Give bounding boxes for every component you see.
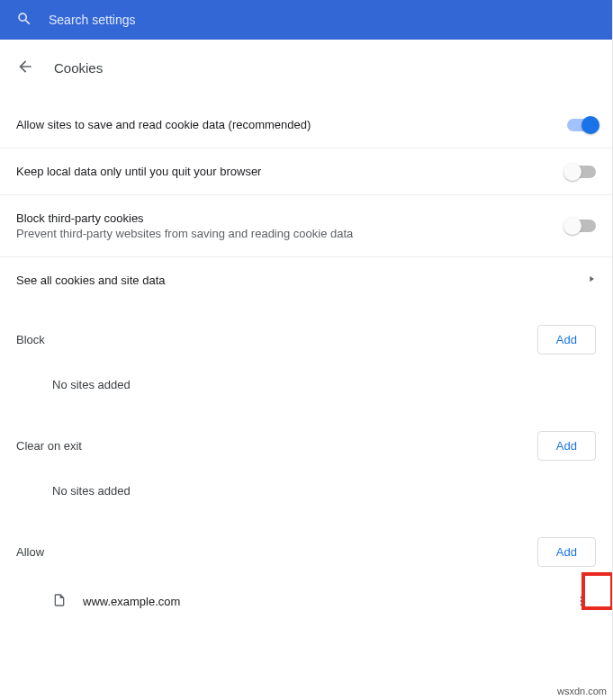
toggle-allow-cookies[interactable] [567, 119, 596, 131]
search-icon [16, 11, 32, 30]
setting-keep-local: Keep local data only until you quit your… [0, 148, 612, 195]
highlight-annotation [581, 572, 613, 610]
toggle-block-third-party[interactable] [567, 220, 596, 232]
back-arrow-icon[interactable] [16, 58, 34, 78]
site-name: www.example.com [83, 595, 551, 608]
toggle-keep-local[interactable] [567, 166, 596, 178]
section-title: Clear on exit [16, 439, 82, 453]
setting-allow-cookies: Allow sites to save and read cookie data… [0, 102, 612, 148]
section-block-header: Block Add [0, 303, 612, 365]
see-all-cookies-row[interactable]: See all cookies and site data [0, 257, 612, 303]
add-block-button[interactable]: Add [537, 325, 596, 354]
search-input[interactable] [49, 13, 596, 27]
allow-site-row: www.example.com [0, 578, 612, 624]
document-icon [52, 592, 67, 611]
setting-label: Keep local data only until you quit your… [16, 165, 567, 178]
clear-empty-text: No sites added [0, 471, 612, 516]
setting-sublabel: Prevent third-party websites from saving… [16, 227, 567, 240]
setting-label: Allow sites to save and read cookie data… [16, 118, 567, 131]
setting-label: See all cookies and site data [16, 274, 587, 287]
section-title: Block [16, 333, 45, 346]
chevron-right-icon [587, 274, 596, 287]
add-clear-button[interactable]: Add [537, 431, 596, 461]
setting-block-third-party: Block third-party cookies Prevent third-… [0, 195, 612, 257]
section-clear-header: Clear on exit Add [0, 409, 612, 471]
page-title: Cookies [54, 60, 103, 76]
section-allow-header: Allow Add [0, 516, 612, 578]
attribution-text: wsxdn.com [557, 686, 607, 696]
setting-label: Block third-party cookies [16, 211, 567, 225]
page-header: Cookies [0, 40, 612, 102]
section-title: Allow [16, 545, 44, 559]
block-empty-text: No sites added [0, 365, 612, 409]
add-allow-button[interactable]: Add [537, 537, 596, 567]
search-bar [0, 0, 612, 40]
